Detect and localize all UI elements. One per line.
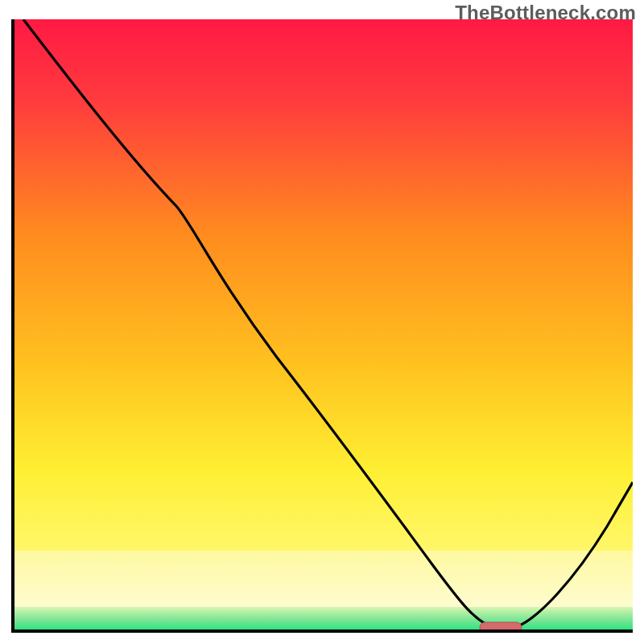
chart-plot [11, 19, 633, 633]
gradient-pale-band [11, 551, 633, 607]
x-axis [11, 630, 633, 633]
gradient-main [11, 19, 633, 551]
bottleneck-chart: TheBottleneck.com [0, 0, 644, 644]
y-axis [11, 19, 14, 633]
